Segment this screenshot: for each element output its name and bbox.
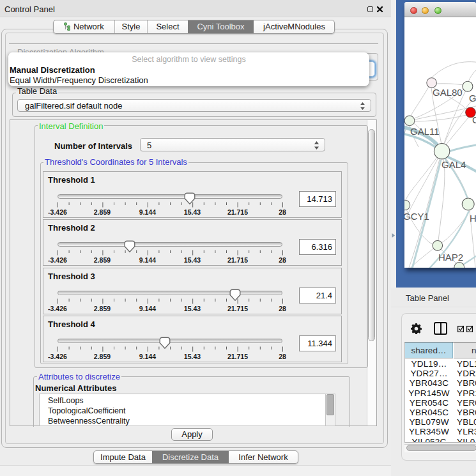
svg-text:H: H: [470, 213, 476, 224]
svg-text:GAL80: GAL80: [433, 87, 463, 98]
svg-text:C: C: [472, 114, 476, 125]
svg-text:GCY1: GCY1: [404, 211, 429, 222]
svg-text:HAP2: HAP2: [438, 252, 463, 263]
svg-text:GAL4: GAL4: [441, 159, 466, 170]
svg-text:GA: GA: [469, 93, 476, 104]
svg-text:GAL11: GAL11: [410, 126, 440, 137]
